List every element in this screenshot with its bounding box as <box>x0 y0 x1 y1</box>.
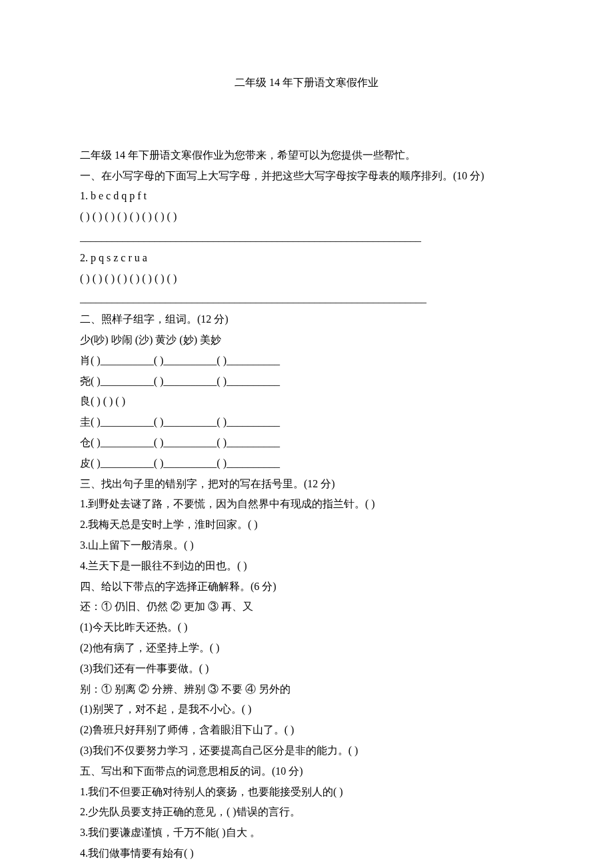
s5-q4: 4.我们做事情要有始有( ) <box>80 844 533 863</box>
page-title: 二年级 14 年下册语文寒假作业 <box>80 73 533 93</box>
s2-line-liang: 良( ) ( ) ( ) <box>80 392 533 411</box>
section4-heading: 四、给以下带点的字选择正确解释。(6 分) <box>80 577 533 597</box>
s5-q3: 3.我们要谦虚谨慎，千万不能( )自大 。 <box>80 823 533 843</box>
s2-example: 少(吵) 吵闹 (沙) 黄沙 (妙) 美妙 <box>80 331 533 350</box>
s4-hai-1: (1)今天比昨天还热。( ) <box>80 618 533 637</box>
section2-heading: 二、照样子组字，组词。(12 分) <box>80 310 533 329</box>
s1-q1-label: 1. b e c d q p f t <box>80 187 533 206</box>
s2-line-yao: 尧( )__________( )__________( )__________ <box>80 372 533 391</box>
s2-line-pi: 皮( )__________( )__________( )__________ <box>80 454 533 473</box>
s2-line-cang: 仓( )__________( )__________( )__________ <box>80 433 533 453</box>
s3-q4: 4.兰天下是一眼往不到边的田也。( ) <box>80 557 533 576</box>
s4-bie-1: (1)别哭了，对不起，是我不小心。( ) <box>80 700 533 719</box>
s3-q2: 2.我梅天总是安时上学，淮时回家。( ) <box>80 515 533 535</box>
s4-hai-3: (3)我们还有一件事要做。( ) <box>80 659 533 679</box>
s3-q1: 1.到野处去谜了路，不要慌，因为自然界中有现成的指兰针。( ) <box>80 495 533 514</box>
s4-hai-2: (2)他有病了，还坚持上学。( ) <box>80 639 533 658</box>
section5-heading: 五、写出和下面带点的词意思相反的词。(10 分) <box>80 762 533 781</box>
s4-hai-def: 还：① 仍旧、仍然 ② 更加 ③ 再、又 <box>80 597 533 617</box>
s4-bie-def: 别：① 别离 ② 分辨、辨别 ③ 不要 ④ 另外的 <box>80 680 533 699</box>
s5-q5: 5.有那么改之，( )那么加勉。 <box>80 865 533 868</box>
s1-q1-rule: ________________________________________… <box>80 228 533 247</box>
s5-q1: 1.我们不但要正确对待别人的褒扬，也要能接受别人的( ) <box>80 783 533 802</box>
s1-q1-brackets: ( ) ( ) ( ) ( ) ( ) ( ) ( ) ( ) <box>80 207 533 227</box>
s1-q2-brackets: ( ) ( ) ( ) ( ) ( ) ( ) ( ) ( ) <box>80 269 533 289</box>
s2-line-xiao: 肖( )__________( )__________( )__________ <box>80 351 533 371</box>
s1-q2-rule: ________________________________________… <box>80 289 533 309</box>
s4-bie-3: (3)我们不仅要努力学习，还要提高自己区分是非的能力。( ) <box>80 741 533 761</box>
section1-heading: 一、在小写字母的下面写上大写字母，并把这些大写字母按字母表的顺序排列。(10 分… <box>80 167 533 186</box>
s5-q2: 2.少先队员要支持正确的意见，( )错误的言行。 <box>80 803 533 822</box>
s2-line-gui: 圭( )__________( )__________( )__________ <box>80 413 533 432</box>
intro-text: 二年级 14 年下册语文寒假作业为您带来，希望可以为您提供一些帮忙。 <box>80 146 533 165</box>
s4-bie-2: (2)鲁班只好拜别了师傅，含着眼泪下山了。( ) <box>80 721 533 740</box>
section3-heading: 三、找出句子里的错别字，把对的写在括号里。(12 分) <box>80 475 533 494</box>
s3-q3: 3.山上留下一般清泉。( ) <box>80 536 533 555</box>
s1-q2-label: 2. p q s z c r u a <box>80 249 533 268</box>
